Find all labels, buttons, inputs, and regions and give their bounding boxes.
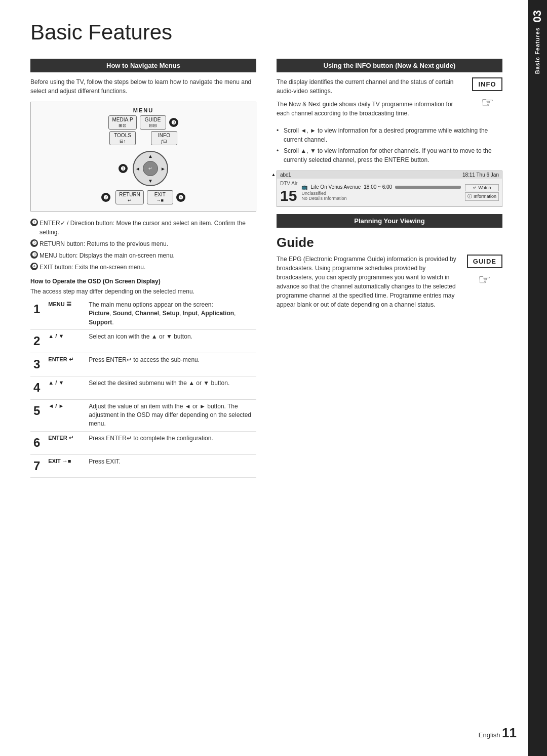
two-col-layout: How to Navigate Menus Before using the T… [30,59,502,478]
inst-text-4: EXIT button: Exits the on-screen menu. [40,264,145,271]
remote-tools-btn: TOOLS ⊟↑ [109,131,136,145]
inst-text-1: ENTER✓ / Direction button: Move the curs… [40,220,246,236]
guide-right-btns: ↵ Watch ⓘ Information [465,184,499,201]
info-button-block: INFO ☞ [472,77,502,111]
guide-left: DTV Air 15 [280,181,297,204]
mediap-icon: ⊞⊡ [119,123,127,128]
osd-desc-5: Adjust the value of an item with the ◄ o… [86,399,256,431]
osd-desc-2: Select an icon with the ▲ or ▼ button. [86,330,256,353]
instruction-2: ❷ RETURN button: Returns to the previous… [30,239,256,248]
remote-exit-btn: EXIT →■ [147,190,173,204]
osd-key-2: ▲ / ▼ [45,330,86,353]
mediap-label: MEDIA.P [112,117,133,122]
inst-num-4: ❹ [30,263,38,270]
info-guide-header: abc1 ▲ 18:11 Thu 6 Jan [277,171,502,179]
exit-label: EXIT [154,192,166,197]
hand-pointing-icon: ☞ [481,94,494,111]
sidebar-chapter-num: 03 [531,10,544,22]
guide-title: Guide [277,235,502,250]
osd-row-2: 2 ▲ / ▼ Select an icon with the ▲ or ▼ b… [30,330,256,353]
remote-bottom-row: ❷ RETURN ↩︎ EXIT →■ ❹ [101,190,185,204]
tools-label: TOOLS [114,133,131,138]
osd-desc-6: Press ENTER↵ to complete the configurati… [86,431,256,454]
remote-top-row: MEDIA.P ⊞⊡ GUIDE ⊟⊟ ❸ [108,115,178,130]
osd-row-1: 1 MENU ☰ The main menu options appear on… [30,298,256,330]
navigate-intro: Before using the TV, follow the steps be… [30,77,256,96]
osd-num-3: 3 [30,353,45,376]
page-footer: English 11 [479,725,517,741]
watch-icon: ↵ [473,185,477,190]
page-wrapper: Basic Features How to Navigate Menus Bef… [0,0,547,756]
guide-label: GUIDE [145,117,161,122]
info-bullet-list: Scroll ◄, ► to view information for a de… [277,126,502,164]
guide-timestamp: 18:11 Thu 6 Jan [462,172,499,178]
exit-icon: →■ [157,198,164,203]
nav-circle-row: ❶ ▲ ▼ ◄ ► ↵ [119,149,168,188]
osd-key-1: MENU ☰ [45,298,86,330]
main-content: Basic Features How to Navigate Menus Bef… [0,0,528,756]
footer-prefix: English [479,731,500,739]
osd-num-7: 7 [30,454,45,478]
tools-icon: ⊟↑ [120,139,126,144]
right-column: Using the INFO button (Now & Next guide)… [277,59,502,478]
instruction-1: ❶ ENTER✓ / Direction button: Move the cu… [30,219,256,237]
info-icon: ⓘ [467,194,472,199]
remote-diagram-inner: MENU MEDIA.P ⊞⊡ GUIDE ⊟⊟ ❸ [38,107,249,206]
osd-table: 1 MENU ☰ The main menu options appear on… [30,298,256,478]
osd-subtitle: The access step may differ depending on … [30,288,256,295]
osd-num-2: 2 [30,330,45,353]
osd-section-title: How to Operate the OSD (On Screen Displa… [30,278,256,285]
info-icon: ƒ⊡ [161,139,167,144]
remote-info-btn: INFO ƒ⊡ [151,131,177,145]
guide-channel-detail: 📺 Life On Venus Avenue 18:00 ~ 6:00 Uncl… [301,184,461,201]
sidebar: 03 Basic Features [528,0,547,756]
watch-label: Watch [478,185,491,190]
osd-row-4: 4 ▲ / ▼ Select the desired submenu with … [30,376,256,399]
guide-info-btn[interactable]: ⓘ Information [465,192,499,201]
remote-middle-row: TOOLS ⊟↑ INFO ƒ⊡ [109,131,177,145]
callout-4: ❹ [176,193,185,202]
guide-icon: ⊟⊟ [149,123,157,128]
guide-button-block: GUIDE ☞ [467,255,502,288]
osd-desc-4: Select the desired submenu with the ▲ or… [86,376,256,399]
inst-num-1: ❶ [30,219,38,226]
nav-arrow-left: ◄ [135,166,140,172]
info-section-header: Using the INFO button (Now & Next guide) [277,59,502,72]
osd-key-4: ▲ / ▼ [45,376,86,399]
inst-text-3: MENU button: Displays the main on-screen… [40,252,175,259]
bullet-1: Scroll ◄, ► to view information for a de… [277,126,502,144]
guide-no-detail: No Details Information [301,196,461,201]
info-para1: The display identifies the current chann… [277,77,465,96]
inst-num-2: ❷ [30,239,38,247]
info-button-box: INFO [472,77,502,91]
guide-text: The EPG (Electronic Programme Guide) inf… [277,255,460,309]
instruction-3: ❸ MENU button: Displays the main on-scre… [30,251,256,260]
osd-key-7: EXIT →■ [45,454,86,478]
info-para2: The Now & Next guide shows daily TV prog… [277,100,465,118]
info-guide-body: DTV Air 15 📺 Life On Venus Avenue 18:00 … [277,179,502,206]
osd-row-3: 3 ENTER ↵ Press ENTER↵ to access the sub… [30,353,256,376]
guide-dtv-type: DTV Air [280,181,297,186]
guide-dtv-row: 📺 Life On Venus Avenue 18:00 ~ 6:00 [301,184,461,190]
callout-2: ❷ [101,193,110,202]
info-section-content: The display identifies the current chann… [277,77,502,122]
osd-num-5: 5 [30,399,45,431]
guide-unclassified: Unclassified [301,191,461,196]
guide-progress-bar [395,186,461,189]
osd-row-5: 5 ◄ / ► Adjust the value of an item with… [30,399,256,431]
guide-scroll-arrow: ▲ [271,172,276,177]
return-icon: ↩︎ [128,198,132,203]
nav-center-btn: ↵ [143,161,158,176]
left-column: How to Navigate Menus Before using the T… [30,59,256,478]
guide-content: The EPG (Electronic Programme Guide) inf… [277,255,502,309]
osd-key-5: ◄ / ► [45,399,86,431]
instructions-list: ❶ ENTER✓ / Direction button: Move the cu… [30,219,256,272]
remote-mediap-btn: MEDIA.P ⊞⊡ [108,115,136,130]
info-btn-label: Information [474,194,496,199]
nav-arrow-down: ▼ [148,178,153,184]
callout-3: ❸ [169,118,178,127]
osd-row-7: 7 EXIT →■ Press EXIT. [30,454,256,478]
nav-circle: ▲ ▼ ◄ ► ↵ [133,151,168,186]
guide-watch-btn[interactable]: ↵ Watch [465,184,499,191]
remote-diagram: MENU MEDIA.P ⊞⊡ GUIDE ⊟⊟ ❸ [30,102,256,212]
